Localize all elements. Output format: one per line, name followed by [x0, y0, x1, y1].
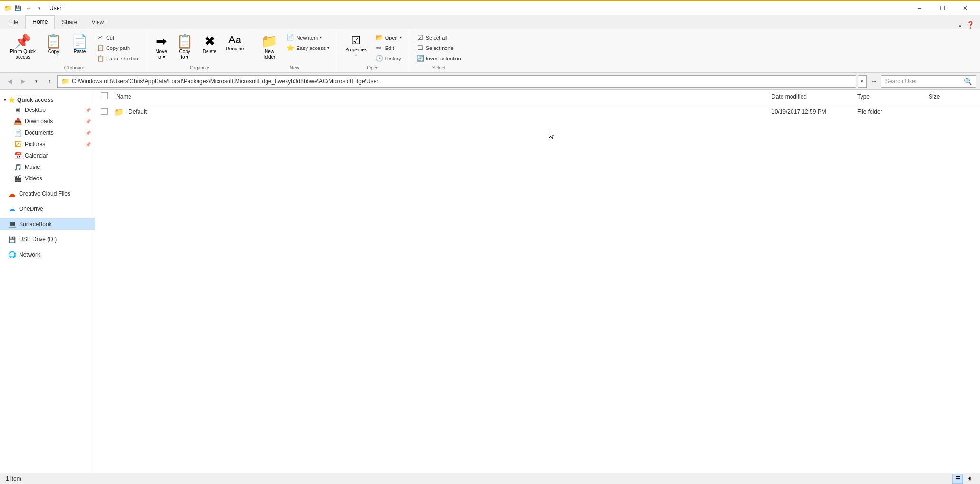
address-field[interactable]: 📁 C:\Windows.old\Users\Chris\AppData\Loc…: [57, 75, 856, 88]
new-item-arrow: ▾: [320, 35, 322, 40]
sidebar-item-documents[interactable]: 📄 Documents 📌: [0, 127, 95, 138]
up-button[interactable]: ↑: [44, 76, 55, 87]
pin-label: Pin to Quickaccess: [10, 49, 36, 59]
search-field[interactable]: Search User 🔍: [881, 75, 976, 88]
details-view-button[interactable]: ☰: [952, 474, 963, 484]
back-button[interactable]: ◀: [4, 76, 15, 87]
address-dropdown-button[interactable]: ▾: [858, 75, 867, 88]
downloads-label: Downloads: [25, 118, 82, 125]
large-icons-view-button[interactable]: ⊞: [964, 474, 974, 484]
help-icon[interactable]: ❓: [966, 21, 974, 29]
header-checkbox[interactable]: [101, 92, 108, 99]
sidebar-item-usb-drive[interactable]: 💾 USB Drive (D:): [0, 234, 95, 245]
ribbon-group-open: ☑ Properties▾ 📂 Open ▾ ✏ Edit 🕑: [337, 30, 409, 72]
search-placeholder: Search User: [885, 78, 962, 85]
ribbon-tabs: File Home Share View ▲ ❓: [0, 15, 980, 29]
sidebar-item-creative-cloud[interactable]: ☁ Creative Cloud Files: [0, 188, 95, 199]
select-all-label: Select all: [426, 35, 447, 40]
rename-button[interactable]: Aa Rename: [222, 32, 248, 54]
edit-label: Edit: [385, 45, 394, 51]
ribbon-expand-icon[interactable]: ▲: [958, 22, 962, 28]
select-none-icon: ☐: [416, 44, 424, 51]
minimize-button[interactable]: ─: [909, 0, 931, 16]
item-count: 1 item: [6, 475, 21, 482]
paste-shortcut-button[interactable]: 📋 Paste shortcut: [93, 53, 143, 63]
paste-button[interactable]: 📄 Paste: [67, 32, 92, 57]
onedrive-icon: ☁: [8, 205, 16, 213]
close-button[interactable]: ✕: [954, 0, 976, 16]
sidebar-item-downloads[interactable]: 📥 Downloads 📌: [0, 116, 95, 127]
calendar-label: Calendar: [25, 152, 91, 159]
dropdown-arrow-button[interactable]: ▾: [30, 76, 42, 87]
address-go-button[interactable]: →: [869, 76, 879, 87]
copy-to-button[interactable]: 📋 Copyto ▾: [172, 32, 198, 62]
tab-view[interactable]: View: [84, 16, 111, 29]
column-header-type[interactable]: Type: [855, 93, 927, 100]
sidebar-item-music[interactable]: 🎵 Music: [0, 161, 95, 173]
new-buttons: 📁 Newfolder 📄 New item ▾ ⭐ Easy access ▾: [256, 32, 333, 63]
address-path: C:\Windows.old\Users\Chris\AppData\Local…: [72, 78, 378, 85]
history-button[interactable]: 🕑 History: [372, 53, 405, 63]
select-none-button[interactable]: ☐ Select none: [413, 43, 465, 53]
move-to-icon: ➡: [156, 35, 167, 48]
desktop-icon: 🖥: [13, 106, 22, 114]
sidebar-item-pictures[interactable]: 🖼 Pictures 📌: [0, 138, 95, 150]
column-headers: Name Date modified Type Size: [95, 90, 980, 103]
open-label: Open: [367, 63, 378, 70]
easy-access-button[interactable]: ⭐ Easy access ▾: [283, 43, 333, 53]
properties-icon: ☑: [351, 35, 361, 46]
maximize-button[interactable]: ☐: [931, 0, 953, 16]
column-header-date[interactable]: Date modified: [770, 93, 855, 100]
file-area: Name Date modified Type Size 📁 Default 1…: [95, 90, 980, 473]
music-icon: 🎵: [13, 163, 22, 171]
move-to-button[interactable]: ➡ Moveto ▾: [151, 32, 171, 62]
new-item-icon: 📄: [287, 34, 294, 41]
column-header-name[interactable]: Name: [114, 93, 770, 100]
file-type: File folder: [855, 109, 927, 115]
documents-label: Documents: [25, 129, 82, 136]
sidebar-item-desktop[interactable]: 🖥 Desktop 📌: [0, 104, 95, 116]
surfacebook-icon: 💻: [8, 220, 16, 228]
tab-share[interactable]: Share: [55, 16, 84, 29]
new-item-button[interactable]: 📄 New item ▾: [283, 32, 333, 42]
sidebar-item-videos[interactable]: 🎬 Videos: [0, 173, 95, 184]
calendar-icon: 📅: [13, 152, 22, 159]
pictures-icon: 🖼: [13, 140, 22, 148]
sidebar-item-surfacebook[interactable]: 💻 SurfaceBook: [0, 218, 95, 230]
quick-access-header[interactable]: ▾ ⭐ Quick access: [0, 94, 95, 104]
paste-icon: 📄: [71, 35, 88, 48]
copy-button[interactable]: 📋 Copy: [41, 32, 66, 57]
forward-button[interactable]: ▶: [17, 76, 29, 87]
select-buttons: ☑ Select all ☐ Select none 🔄 Invert sele…: [413, 32, 465, 63]
network-icon: 🌐: [8, 251, 16, 258]
select-all-button[interactable]: ☑ Select all: [413, 32, 465, 42]
tab-home[interactable]: Home: [25, 15, 55, 29]
invert-selection-button[interactable]: 🔄 Invert selection: [413, 53, 465, 63]
ribbon-group-clipboard: 📌 Pin to Quickaccess 📋 Copy 📄 Paste ✂: [2, 30, 147, 72]
tab-file[interactable]: File: [2, 16, 25, 29]
new-folder-button[interactable]: 📁 Newfolder: [256, 32, 282, 62]
sidebar-item-onedrive[interactable]: ☁ OneDrive: [0, 203, 95, 215]
sidebar-item-network[interactable]: 🌐 Network: [0, 249, 95, 260]
open-button[interactable]: 📂 Open ▾: [372, 32, 405, 42]
search-icon[interactable]: 🔍: [964, 78, 972, 85]
delete-button[interactable]: ✖ Delete: [198, 32, 221, 57]
onedrive-label: OneDrive: [19, 206, 91, 212]
pin-quick-access-button[interactable]: 📌 Pin to Quickaccess: [6, 32, 40, 62]
select-small-buttons: ☑ Select all ☐ Select none 🔄 Invert sele…: [413, 32, 465, 63]
sidebar-item-calendar[interactable]: 📅 Calendar: [0, 150, 95, 161]
address-bar: ◀ ▶ ▾ ↑ 📁 C:\Windows.old\Users\Chris\App…: [0, 73, 980, 90]
copy-path-button[interactable]: 📋 Copy path: [93, 43, 143, 53]
properties-button[interactable]: ☑ Properties▾: [341, 32, 371, 60]
edit-button[interactable]: ✏ Edit: [372, 43, 405, 53]
copy-label: Copy: [48, 49, 59, 54]
cut-button[interactable]: ✂ Cut: [93, 32, 143, 42]
row-checkbox[interactable]: [101, 108, 108, 115]
invert-selection-label: Invert selection: [426, 56, 461, 61]
documents-icon: 📄: [13, 129, 22, 137]
header-checkbox-area: [101, 92, 114, 100]
downloads-icon: 📥: [13, 118, 22, 125]
copy-to-icon: 📋: [177, 35, 193, 48]
column-header-size[interactable]: Size: [927, 93, 974, 100]
table-row[interactable]: 📁 Default 10/19/2017 12:59 PM File folde…: [95, 105, 980, 119]
